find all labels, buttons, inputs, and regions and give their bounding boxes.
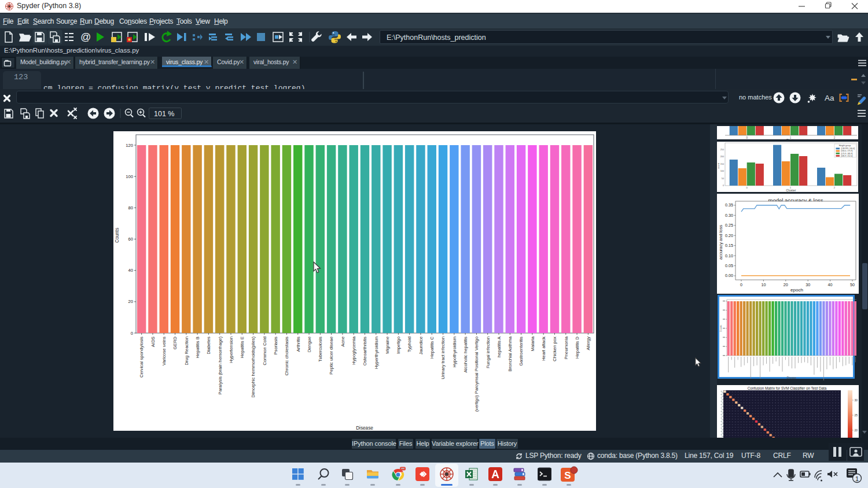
svg-text:0.35: 0.35 <box>725 202 733 208</box>
svg-text:Cluster: Cluster <box>786 138 796 140</box>
svg-text:accuracy and loss: accuracy and loss <box>718 225 723 260</box>
svg-text:60: 60 <box>128 236 133 242</box>
svg-text:Hypothyroidism: Hypothyroidism <box>452 337 457 368</box>
svg-text:30: 30 <box>855 398 858 402</box>
svg-text:Cervical spondylosis: Cervical spondylosis <box>139 337 144 378</box>
svg-text:Dimorphic hemmorhoids(piles): Dimorphic hemmorhoids(piles) <box>251 337 256 398</box>
svg-text:Hyperthyroidism: Hyperthyroidism <box>374 337 379 369</box>
svg-text:100: 100 <box>126 174 133 179</box>
svg-text:1: 1 <box>855 475 859 482</box>
svg-text:Arthritis: Arthritis <box>296 337 301 352</box>
svg-text:Hepatitis D: Hepatitis D <box>575 337 580 359</box>
svg-text:Acne: Acne <box>340 337 345 347</box>
svg-text:Heart attack: Heart attack <box>541 337 546 361</box>
svg-text:Gastroenteritis: Gastroenteritis <box>518 337 524 366</box>
svg-text:Varicose veins: Varicose veins <box>161 337 167 365</box>
svg-text:2: 2 <box>834 136 836 139</box>
svg-text:50: 50 <box>722 178 724 180</box>
svg-text:Counts: Counts <box>115 228 120 243</box>
svg-text:Counts: Counts <box>719 325 722 332</box>
svg-text:0.10: 0.10 <box>725 253 733 258</box>
svg-text:Diabetes: Diabetes <box>206 337 211 354</box>
svg-text:hepatitis A: hepatitis A <box>496 336 502 357</box>
svg-text:20: 20 <box>128 299 133 304</box>
svg-text:Aa: Aa <box>825 94 834 102</box>
svg-text:0: 0 <box>746 186 748 189</box>
svg-text:0.05: 0.05 <box>725 263 733 268</box>
svg-text:80: 80 <box>128 205 133 210</box>
svg-text:GERD: GERD <box>172 337 178 350</box>
svg-text:Chicken pox: Chicken pox <box>552 337 557 361</box>
svg-text:Impetigo: Impetigo <box>396 336 401 354</box>
svg-text:count: count <box>717 162 720 169</box>
svg-text:Peptic ulcer diseae: Peptic ulcer diseae <box>329 337 334 375</box>
svg-text:0: 0 <box>723 184 724 187</box>
svg-text:Chronic cholestasis: Chronic cholestasis <box>284 337 289 376</box>
svg-text:Hepatitis E: Hepatitis E <box>240 337 245 358</box>
svg-text:Cluster: Cluster <box>786 188 796 192</box>
svg-text:Allergy: Allergy <box>586 337 591 350</box>
svg-text:Urinary tract infection: Urinary tract infection <box>440 337 446 379</box>
svg-text:100: 100 <box>720 170 724 172</box>
svg-text:Malaria: Malaria <box>530 336 535 351</box>
svg-text:0.20: 0.20 <box>725 233 733 238</box>
svg-text:Disease: Disease <box>356 426 373 431</box>
svg-text:Migraine: Migraine <box>385 337 390 354</box>
svg-text:0.00: 0.00 <box>725 273 733 278</box>
svg-text:Fungal infection: Fungal infection <box>486 337 491 368</box>
svg-text:40: 40 <box>828 282 833 287</box>
svg-text:Height group: Height group <box>839 145 851 147</box>
svg-text:Confusion Matrix for SVM Class: Confusion Matrix for SVM Classifier on T… <box>748 386 827 390</box>
svg-text:250: 250 <box>720 149 724 151</box>
svg-text:epoch: epoch <box>790 287 803 293</box>
svg-text:(vertigo) Paroymsal Positiona: (vertigo) Paroymsal Positional Vertigo <box>474 336 479 412</box>
svg-text:Disease: Disease <box>787 376 797 379</box>
svg-text:Paralysis (brain hemorrhage): Paralysis (brain hemorrhage) <box>218 337 223 395</box>
svg-text:Bronchial Asthma: Bronchial Asthma <box>507 336 513 371</box>
svg-text:120: 120 <box>126 143 133 148</box>
svg-text:0: 0 <box>746 136 748 139</box>
svg-text:101 %: 101 % <box>154 110 174 118</box>
svg-text:Hepatitis B: Hepatitis B <box>195 337 200 358</box>
svg-text:S: S <box>564 470 571 481</box>
svg-text:Drug Reaction: Drug Reaction <box>184 337 189 365</box>
svg-text:Jaundice: Jaundice <box>418 337 424 354</box>
svg-text:Dengue: Dengue <box>307 337 312 352</box>
svg-text:Hypertension: Hypertension <box>229 337 234 363</box>
svg-text:0: 0 <box>131 331 133 336</box>
svg-text:Pneumonia: Pneumonia <box>564 336 569 359</box>
svg-text:0.25: 0.25 <box>725 223 733 228</box>
svg-text:Tuberculosis: Tuberculosis <box>318 337 323 362</box>
svg-text:Psoriasis: Psoriasis <box>273 337 278 355</box>
svg-text:30: 30 <box>806 282 810 287</box>
svg-text:0.30: 0.30 <box>725 213 733 218</box>
svg-text:Osteoarthristis: Osteoarthristis <box>362 337 367 365</box>
svg-text:Hypoglycemia: Hypoglycemia <box>351 336 356 365</box>
svg-text:Common Cold: Common Cold <box>262 337 267 365</box>
svg-text:200: 200 <box>720 156 724 158</box>
svg-text:20: 20 <box>784 282 788 287</box>
svg-text:AIDS: AIDS <box>150 337 156 347</box>
svg-text:10: 10 <box>761 282 766 287</box>
svg-text:0.15: 0.15 <box>725 243 733 248</box>
svg-text:25: 25 <box>855 413 858 417</box>
svg-text:0: 0 <box>740 282 742 287</box>
svg-text:Alcoholic hepatitis: Alcoholic hepatitis <box>463 337 468 373</box>
svg-text:2: 2 <box>834 186 836 189</box>
svg-text:150: 150 <box>720 163 724 165</box>
svg-text:50: 50 <box>850 282 855 287</box>
svg-text:Typhoid: Typhoid <box>407 337 412 352</box>
svg-text:Hepatitis C: Hepatitis C <box>429 337 435 359</box>
svg-text:(185.9, 212.0]: (185.9, 212.0] <box>841 155 852 157</box>
svg-text:E:\PythonRun\hosts_prediction: E:\PythonRun\hosts_prediction <box>387 34 486 42</box>
svg-text:40: 40 <box>128 268 133 273</box>
svg-text:@: @ <box>80 31 91 43</box>
svg-text:20: 20 <box>855 428 858 432</box>
